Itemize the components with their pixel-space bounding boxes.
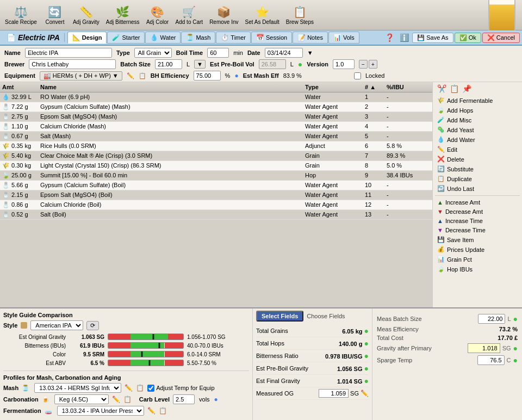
hop-ibus-button[interactable]: 🍃 Hop IBUs xyxy=(435,264,520,274)
version-decrease-button[interactable]: − xyxy=(359,60,368,69)
set-as-default-button[interactable]: ⭐ Set As Default xyxy=(242,4,282,27)
tab-vols[interactable]: 📊 Vols xyxy=(328,32,359,44)
equip-edit-icon[interactable]: ✏️ xyxy=(127,72,134,79)
table-row[interactable]: 🧂 0.86 g Calcium Chloride (Boil) Water A… xyxy=(0,200,432,210)
batch-size-unit-toggle[interactable]: ▼ xyxy=(194,60,206,69)
tab-timer[interactable]: ⏱️ Timer xyxy=(216,32,251,44)
brew-steps-button[interactable]: 📋 Brew Steps xyxy=(283,4,316,27)
table-row[interactable]: 🧂 2.15 g Epsom Salt (MgSO4) (Boil) Water… xyxy=(0,190,432,200)
brewer-input[interactable] xyxy=(29,59,116,69)
carb-edit-icon[interactable]: ✏️ xyxy=(112,396,120,403)
style-reset-button[interactable]: ⟳ xyxy=(86,321,99,330)
sparge-temp-input[interactable] xyxy=(477,355,505,365)
adj-color-button[interactable]: 🎨 Adj Color xyxy=(144,4,172,27)
convert-button[interactable]: 🔄 Convert xyxy=(41,4,69,27)
boil-time-input[interactable] xyxy=(207,48,229,58)
mash-edit-icon[interactable]: ✏️ xyxy=(125,384,133,392)
help-icon[interactable]: ❓ xyxy=(383,33,396,42)
remove-inv-icon: 📦 xyxy=(217,5,231,18)
name-input[interactable] xyxy=(25,48,112,58)
table-row[interactable]: 🧂 2.75 g Epsom Salt (MgSO4) (Mash) Water… xyxy=(0,112,432,122)
date-input[interactable] xyxy=(265,48,303,58)
sort-asc-icon[interactable]: ▲ xyxy=(370,84,376,90)
add-to-cart-button[interactable]: 🛒 Add to Cart xyxy=(173,4,206,27)
adj-gravity-button[interactable]: 📏 Adj Gravity xyxy=(70,4,102,27)
duplicate-button[interactable]: 📋 Duplicate xyxy=(435,174,520,183)
prices-update-button[interactable]: 💰 Prices Update xyxy=(435,245,520,254)
increase-amt-button[interactable]: ▲ Increase Amt xyxy=(435,198,520,207)
increase-time-button[interactable]: ▲ Increase Time xyxy=(435,217,520,225)
delete-button[interactable]: ❌ Delete xyxy=(435,155,520,164)
table-row[interactable]: 🌾 0.30 kg Light Crystal (Crystal 150) (C… xyxy=(0,161,432,171)
tab-notes[interactable]: 📝 Notes xyxy=(293,32,328,44)
total-cost-value: 17.70 £ xyxy=(498,335,518,341)
table-row[interactable]: 🌾 0.35 kg Rice Hulls (0.0 SRM) Adjunct 6… xyxy=(0,141,432,151)
table-row[interactable]: 🧂 0.52 g Salt (Boil) Water Agent 13 - xyxy=(0,210,432,220)
save-as-button[interactable]: 💾 Save As xyxy=(412,33,453,43)
save-item-button[interactable]: 💾 Save Item xyxy=(435,235,520,244)
table-row[interactable]: 🧂 5.66 g Gypsum (Calcium Sulfate) (Boil)… xyxy=(0,181,432,190)
carb-level-input[interactable] xyxy=(173,394,195,404)
add-water-button[interactable]: 💧 Add Water xyxy=(435,135,520,144)
adjust-temp-label: Adjust Temp for Equip xyxy=(147,385,214,392)
tab-mash[interactable]: 🫙 Mash xyxy=(181,32,215,44)
carbonation-select[interactable]: Keg (4.5C) xyxy=(54,394,109,404)
cut-icon[interactable]: ✂️ xyxy=(437,84,446,93)
paste-icon[interactable]: 📌 xyxy=(462,84,471,93)
info-icon[interactable]: ℹ️ xyxy=(397,33,411,42)
table-row[interactable]: 🌾 5.40 kg Clear Choice Malt ® Ale (Crisp… xyxy=(0,151,432,161)
tab-starter[interactable]: 🧪 Starter xyxy=(107,32,145,44)
batch-size-input[interactable] xyxy=(155,59,182,69)
type-select[interactable]: All Grain xyxy=(134,48,172,58)
fermentation-select[interactable]: 13.03.24 - IPA Under Pressu xyxy=(57,406,144,416)
table-row[interactable]: 🧂 1.10 g Calcium Chloride (Mash) Water A… xyxy=(0,122,432,132)
version-increase-button[interactable]: + xyxy=(369,60,377,69)
bh-eff-input[interactable] xyxy=(194,71,221,81)
measured-og-input[interactable] xyxy=(319,389,349,398)
copy-icon[interactable]: 📋 xyxy=(450,84,459,93)
add-hops-button[interactable]: 🍃 Add Hops xyxy=(435,106,520,115)
ok-button[interactable]: ✅ Ok xyxy=(455,33,481,43)
table-row[interactable]: 💧 32.99 L RO Water (6.9 pH) Water 1 - xyxy=(0,92,432,102)
adj-bitterness-button[interactable]: 🌿 Adj Bitterness xyxy=(103,4,142,27)
add-fermentable-button[interactable]: 🌾 Add Fermentable xyxy=(435,96,520,105)
substitute-button[interactable]: 🔄 Substitute xyxy=(435,164,520,174)
add-misc-button[interactable]: 🧪 Add Misc xyxy=(435,115,520,125)
version-input[interactable] xyxy=(333,59,355,69)
table-row[interactable]: 🍃 25.00 g Summit [15.00 %] - Boil 60.0 m… xyxy=(0,171,432,181)
carb-copy-icon[interactable]: 📋 xyxy=(123,396,132,403)
equipment-select-button[interactable]: 🏭 HERMs ( + DH + WP) ▼ xyxy=(40,71,122,81)
notes-icon: 📝 xyxy=(297,34,306,41)
cancel-button[interactable]: ❌ Cancel xyxy=(482,33,520,43)
style-select[interactable]: American IPA xyxy=(30,320,83,330)
mash-copy-icon[interactable]: 📋 xyxy=(136,384,144,392)
mash-profile-select[interactable]: 13.03.24 - HERMS Sgl Infusi xyxy=(34,383,121,393)
scale-recipe-button[interactable]: ⚖️ Scale Recipe xyxy=(2,4,40,27)
table-row[interactable]: 🧂 0.67 g Salt (Mash) Water Agent 5 - xyxy=(0,132,432,141)
tab-session[interactable]: 📅 Session xyxy=(251,32,292,44)
remove-inv-button[interactable]: 📦 Remove Inv xyxy=(207,4,241,27)
undo-last-button[interactable]: ↩️ Undo Last xyxy=(435,184,520,193)
locked-checkbox[interactable] xyxy=(354,72,361,79)
fermentation-icon: 🧫 xyxy=(45,407,52,415)
tab-water[interactable]: 💧 Water xyxy=(145,32,181,44)
gravity-after-primary-input[interactable] xyxy=(468,343,500,353)
date-dropdown-icon[interactable]: ▼ xyxy=(307,50,313,56)
add-misc-icon: 🧪 xyxy=(437,116,445,123)
meas-batch-size-input[interactable] xyxy=(478,314,505,324)
edit-button[interactable]: ✏️ Edit xyxy=(435,145,520,154)
decrease-amt-button[interactable]: ▼ Decrease Amt xyxy=(435,207,520,216)
table-row[interactable]: 🧂 7.22 g Gypsum (Calcium Sulfate) (Mash)… xyxy=(0,102,432,112)
equip-copy-icon[interactable]: 📋 xyxy=(139,72,146,79)
decrease-time-button[interactable]: ▼ Decrease Time xyxy=(435,226,520,234)
select-fields-button[interactable]: Select Fields xyxy=(256,311,303,322)
ferm-copy-icon[interactable]: 📋 xyxy=(159,407,167,415)
edit-og-icon[interactable]: ✏️ xyxy=(361,390,369,397)
field-label: Total Hops xyxy=(256,340,284,347)
add-yeast-button[interactable]: 🦠 Add Yeast xyxy=(435,125,520,134)
equipment-value: HERMs ( + DH + WP) xyxy=(53,72,111,79)
tab-design[interactable]: 📐 Design xyxy=(67,32,107,44)
grain-pct-button[interactable]: 📊 Grain Pct xyxy=(435,255,520,264)
ferm-edit-icon[interactable]: ✏️ xyxy=(147,407,156,415)
adjust-temp-checkbox[interactable] xyxy=(147,385,154,392)
